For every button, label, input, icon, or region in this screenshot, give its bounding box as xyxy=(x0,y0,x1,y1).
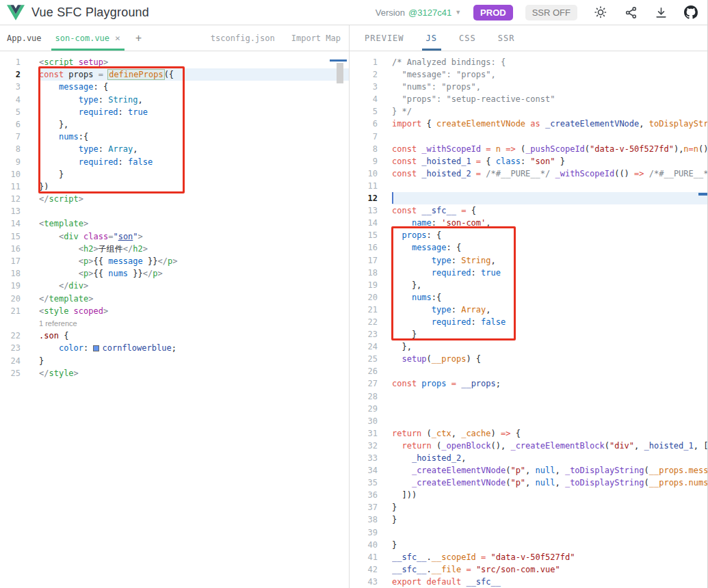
code-line[interactable]: 24 }, xyxy=(350,340,707,353)
code-line[interactable]: 20 nums:{ xyxy=(350,291,707,304)
code-line[interactable]: 32 return (_openBlock(), _createElementB… xyxy=(350,440,707,452)
code-line[interactable]: 19 }, xyxy=(350,279,707,291)
code-line[interactable]: 38} xyxy=(350,513,707,526)
code-line[interactable]: 12</script> xyxy=(0,193,349,205)
code-line[interactable]: 13const __sfc__ = { xyxy=(350,204,707,217)
line-number: 19 xyxy=(350,279,378,291)
code-line[interactable]: 1/* Analyzed bindings: { xyxy=(350,56,707,68)
code-line[interactable]: 41__sfc__.__scopeId = "data-v-50f527fd" xyxy=(350,551,707,563)
code-line[interactable]: 33 _hoisted_2, xyxy=(350,452,707,464)
code-line[interactable]: 42__sfc__.__file = "src/son-com.vue" xyxy=(350,563,707,576)
code-line[interactable]: 14<template> xyxy=(0,217,349,230)
code-line[interactable]: 2const props = defineProps({ xyxy=(0,68,349,81)
compiled-js-editor[interactable]: 1/* Analyzed bindings: {2 "message": "pr… xyxy=(350,51,707,588)
version-dropdown[interactable]: Version @3127c41 ▼ xyxy=(376,8,461,18)
code-line[interactable]: 15 <div class="son"> xyxy=(0,230,349,243)
code-line[interactable]: 22 required: false xyxy=(350,316,707,328)
file-tab-app-vue[interactable]: App.vue xyxy=(0,25,49,51)
code-line[interactable]: 23 color: cornflowerblue; xyxy=(0,342,349,354)
theme-toggle-button[interactable] xyxy=(594,5,607,19)
tab-css[interactable]: CSS xyxy=(451,25,484,51)
code-line[interactable]: 8const _withScopeId = n => (_pushScopeId… xyxy=(350,143,707,155)
code-line[interactable]: 8 type: Array, xyxy=(0,143,349,155)
code-line[interactable]: 9 required: false xyxy=(0,156,349,168)
code-token: , xyxy=(525,478,535,487)
code-line[interactable]: 6 }, xyxy=(0,118,349,131)
code-line[interactable]: 16 <h2>子组件</h2> xyxy=(0,243,349,255)
code-line[interactable]: 13 xyxy=(0,205,349,217)
code-line[interactable]: 2 "message": "props", xyxy=(350,68,707,81)
code-line[interactable]: 18 required: true xyxy=(350,267,707,279)
tab-js[interactable]: JS xyxy=(418,25,445,51)
github-link[interactable] xyxy=(684,5,698,19)
scrollbar-slider[interactable] xyxy=(337,63,343,83)
code-line[interactable]: 19 </div> xyxy=(0,280,349,292)
code-line[interactable]: 11}) xyxy=(0,181,349,193)
code-line[interactable]: 29 xyxy=(350,403,707,415)
code-line[interactable]: 4 "props": "setup-reactive-const" xyxy=(350,93,707,105)
code-line[interactable]: 20</template> xyxy=(0,293,349,305)
share-button[interactable] xyxy=(624,5,638,19)
code-line[interactable]: 25 setup(__props) { xyxy=(350,353,707,365)
tab-preview[interactable]: PREVIEW xyxy=(356,25,412,51)
code-line[interactable]: 26 xyxy=(350,365,707,377)
code-line[interactable]: 11 xyxy=(350,180,707,192)
code-line[interactable]: 17 <p>{{ message }}</p> xyxy=(0,255,349,267)
code-line[interactable]: 27const props = __props; xyxy=(350,377,707,390)
tab-tsconfig-json[interactable]: tsconfig.json xyxy=(202,25,283,51)
code-line[interactable]: 7 nums:{ xyxy=(0,131,349,143)
code-line[interactable]: 28 xyxy=(350,390,707,403)
code-line[interactable]: 4 type: String, xyxy=(0,94,349,106)
code-text: required: false xyxy=(39,156,349,168)
code-line[interactable]: 36 ])) xyxy=(350,489,707,501)
code-line[interactable]: 18 <p>{{ nums }}</p> xyxy=(0,267,349,280)
code-line[interactable]: 16 message: { xyxy=(350,241,707,254)
code-token: , xyxy=(461,453,466,463)
line-number: 6 xyxy=(350,118,378,130)
code-line[interactable]: 14 __name: 'son-com', xyxy=(350,217,707,229)
tab-import-map[interactable]: Import Map xyxy=(283,25,349,51)
code-line[interactable]: 34 _createElementVNode("p", null, _toDis… xyxy=(350,464,707,477)
code-lens[interactable]: 1 reference xyxy=(0,317,349,330)
close-icon[interactable]: × xyxy=(115,33,120,43)
code-token: ( xyxy=(585,144,590,154)
code-line[interactable]: 12 xyxy=(350,192,707,204)
file-tab-son-com-vue[interactable]: son-com.vue × xyxy=(49,25,127,51)
color-swatch[interactable] xyxy=(93,345,99,351)
code-line[interactable]: 25</style> xyxy=(0,367,349,379)
code-line[interactable]: 39 xyxy=(350,526,707,539)
code-line[interactable]: 40} xyxy=(350,539,707,551)
code-line[interactable]: 3 message: { xyxy=(0,81,349,93)
code-line[interactable]: 5 required: true xyxy=(0,106,349,118)
code-token: default xyxy=(427,577,462,587)
code-line[interactable]: 15 props: { xyxy=(350,229,707,241)
code-line[interactable]: 37} xyxy=(350,501,707,513)
code-token: ; xyxy=(496,379,501,388)
code-line[interactable]: 17 type: String, xyxy=(350,254,707,267)
tab-ssr[interactable]: SSR xyxy=(490,25,523,51)
add-file-button[interactable]: + xyxy=(127,25,150,51)
code-line[interactable]: 1<script setup> xyxy=(0,56,349,68)
code-line[interactable]: 10const _hoisted_2 = /*#__PURE__*/ _with… xyxy=(350,168,707,180)
prod-toggle[interactable]: PROD xyxy=(473,5,513,21)
source-editor[interactable]: 1<script setup>2const props = defineProp… xyxy=(0,51,349,588)
code-line[interactable]: 21 type: Array, xyxy=(350,304,707,316)
code-line[interactable]: 6import { createElementVNode as _createE… xyxy=(350,118,707,130)
code-line[interactable]: 43export default __sfc__ xyxy=(350,576,707,588)
code-line[interactable]: 9const _hoisted_1 = { class: "son" } xyxy=(350,155,707,168)
download-button[interactable] xyxy=(654,5,668,19)
code-line[interactable]: 35 _createElementVNode("p", null, _toDis… xyxy=(350,477,707,489)
code-line[interactable]: 5} */ xyxy=(350,105,707,118)
code-line[interactable]: 3 "nums": "props", xyxy=(350,81,707,93)
code-line[interactable]: 30 xyxy=(350,415,707,427)
code-line[interactable]: 23 } xyxy=(350,328,707,340)
ssr-toggle[interactable]: SSR OFF xyxy=(525,5,577,21)
code-line[interactable]: 10 } xyxy=(0,168,349,181)
code-token: () xyxy=(698,144,707,154)
code-line[interactable]: 31return (_ctx, _cache) => { xyxy=(350,427,707,440)
code-line[interactable]: 24} xyxy=(0,355,349,367)
code-line[interactable]: 7 xyxy=(350,131,707,143)
code-line[interactable]: 21<style scoped> xyxy=(0,305,349,317)
line-number: 36 xyxy=(350,489,378,501)
code-line[interactable]: 22.son { xyxy=(0,330,349,342)
